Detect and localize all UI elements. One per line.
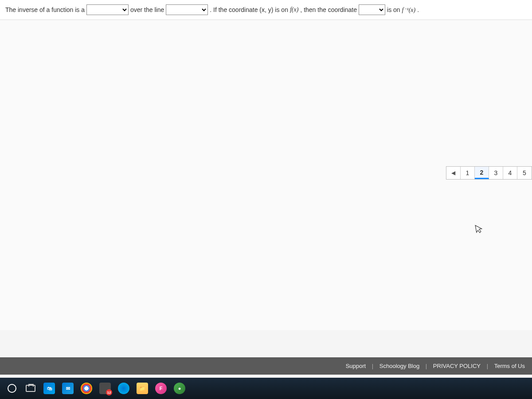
question-period: . (417, 6, 419, 13)
terms-link[interactable]: Terms of Us (492, 363, 528, 369)
question-text-4: , then the coordinate (300, 6, 357, 13)
chrome-icon (81, 383, 92, 394)
dropdown-blank-1[interactable] (86, 4, 129, 15)
page-label: 2 (480, 169, 484, 176)
footer-links: Support | Schoology Blog | PRIVACY POLIC… (0, 357, 532, 375)
app-pink-button[interactable]: F (153, 381, 168, 396)
separator: | (370, 363, 375, 369)
windows-icon (8, 384, 16, 393)
page-2-button[interactable]: 2 (475, 167, 489, 179)
cursor-icon (474, 223, 484, 237)
chrome-button[interactable] (79, 381, 94, 396)
page-prev-button[interactable]: ◀ (446, 167, 461, 179)
taskbar: 🛍 ✉ 📁 F ● (0, 378, 532, 399)
calculator-icon (99, 383, 111, 394)
mail-icon: ✉ (62, 383, 74, 394)
separator: | (485, 363, 490, 369)
page-label: 3 (494, 169, 498, 176)
chevron-left-icon: ◀ (451, 170, 455, 176)
page-5-button[interactable]: 5 (517, 167, 532, 179)
math-fx: f(x) (290, 6, 298, 13)
task-view-icon (26, 385, 35, 392)
ms-store-button[interactable]: 🛍 (42, 381, 57, 396)
green-app-icon: ● (174, 383, 185, 394)
edge-button[interactable] (116, 381, 131, 396)
dropdown-blank-3[interactable] (359, 4, 385, 15)
content-area: ◀ 1 2 3 4 5 (0, 20, 532, 330)
page-4-button[interactable]: 4 (503, 167, 517, 179)
page-3-button[interactable]: 3 (489, 167, 503, 179)
folder-button[interactable]: 📁 (135, 381, 150, 396)
edge-icon (118, 383, 129, 394)
folder-icon: 📁 (137, 383, 148, 394)
page-label: 4 (509, 169, 512, 176)
task-view-button[interactable] (23, 381, 38, 396)
question-text-5: is on (387, 6, 400, 13)
page-1-button[interactable]: 1 (461, 167, 475, 179)
page-label: 5 (523, 169, 526, 176)
calculator-button[interactable] (98, 381, 113, 396)
store-icon: 🛍 (43, 383, 55, 394)
question-row: The inverse of a function is a over the … (0, 0, 532, 20)
question-text-1: The inverse of a function is a (5, 6, 85, 13)
privacy-link[interactable]: PRIVACY POLICY (430, 363, 483, 369)
blog-link[interactable]: Schoology Blog (377, 363, 422, 369)
separator: | (424, 363, 429, 369)
question-text-2: over the line (130, 6, 164, 13)
dropdown-blank-2[interactable] (166, 4, 208, 15)
mail-button[interactable]: ✉ (60, 381, 75, 396)
question-text-3: . If the coordinate (x, y) is on (210, 6, 288, 13)
start-button[interactable] (4, 381, 20, 396)
support-link[interactable]: Support (343, 363, 369, 369)
app-green-button[interactable]: ● (172, 381, 187, 396)
pagination: ◀ 1 2 3 4 5 (446, 166, 532, 180)
page-label: 1 (466, 169, 469, 176)
math-finvx: f⁻¹(x) (402, 6, 416, 14)
pink-app-icon: F (155, 383, 167, 394)
